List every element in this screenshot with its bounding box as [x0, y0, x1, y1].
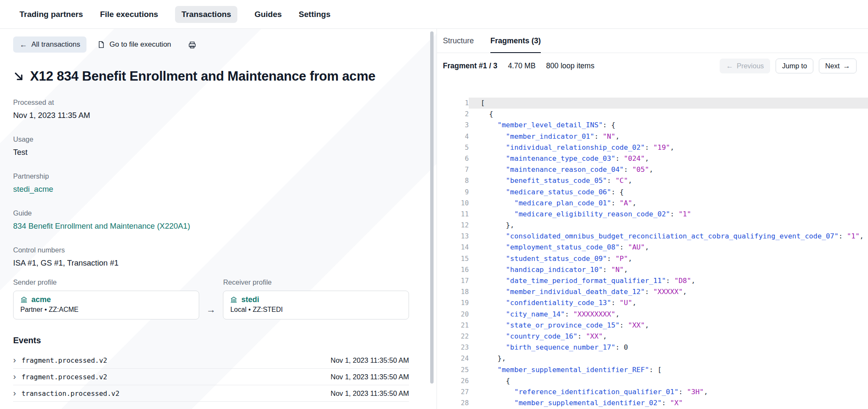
- sender-profile-card[interactable]: acme Partner • ZZ:ACME: [13, 291, 199, 319]
- partnership-link[interactable]: stedi_acme: [13, 184, 409, 195]
- line-number: 21: [437, 320, 469, 331]
- line-number: 6: [437, 153, 469, 164]
- guide-link[interactable]: 834 Benefit Enrollment and Maintenance (…: [13, 221, 409, 232]
- event-row[interactable]: › fragment.processed.v2 Nov 1, 2023 11:3…: [13, 369, 409, 385]
- code-text: "individual_relationship_code_02": "19",: [469, 142, 868, 153]
- next-label: Next: [825, 62, 840, 70]
- fragment-size: 4.70 MB: [508, 62, 535, 70]
- tab-structure[interactable]: Structure: [443, 29, 474, 53]
- code-text: },: [469, 220, 868, 231]
- tab-fragments[interactable]: Fragments (3): [490, 29, 541, 53]
- code-text: "date_time_period_format_qualifier_11": …: [469, 275, 868, 286]
- line-number: 14: [437, 242, 469, 253]
- processed-at-value: Nov 1, 2023 11:35 AM: [13, 110, 409, 121]
- line-number: 4: [437, 131, 469, 142]
- code-line: 7 "maintenance_reason_code_04": "05",: [437, 164, 868, 175]
- code-line: 25 "member_supplemental_identifier_REF":…: [437, 364, 868, 375]
- event-row[interactable]: › fragment.processed.v2 Nov 1, 2023 11:3…: [13, 352, 409, 369]
- line-number: 11: [437, 209, 469, 220]
- profiles-section: Sender profile acme Partner • ZZ:ACME → …: [13, 278, 409, 319]
- detail-toolbar: ← All transactions Go to file execution: [13, 36, 409, 53]
- line-number: 1: [437, 98, 469, 109]
- receiver-name: stedi: [241, 295, 259, 304]
- line-number: 16: [437, 264, 469, 275]
- event-time: Nov 1, 2023 11:35:50 AM: [331, 373, 409, 381]
- all-transactions-button[interactable]: ← All transactions: [13, 36, 86, 53]
- code-text: "medicare_status_code_06": {: [469, 187, 868, 198]
- code-line: 11 "medicare_eligibility_reason_code_02"…: [437, 209, 868, 220]
- field-label: Control numbers: [13, 246, 409, 255]
- code-lines[interactable]: 1[2 {3 "member_level_detail_INS": {4 "me…: [437, 98, 868, 409]
- receiver-profile-label: Receiver profile: [223, 278, 409, 287]
- nav-trading-partners[interactable]: Trading partners: [19, 6, 83, 23]
- fragment-nav-actions: ← Previous Jump to Next →: [720, 59, 857, 73]
- print-button[interactable]: [188, 41, 196, 49]
- field-partnership: Partnership stedi_acme: [13, 172, 409, 195]
- event-row[interactable]: › transaction.processed.v2 Nov 1, 2023 1…: [13, 385, 409, 402]
- line-number: 19: [437, 297, 469, 308]
- tab-bar: Structure Fragments (3): [437, 29, 868, 53]
- code-line: 19 "confidentiality_code_13": "U",: [437, 297, 868, 308]
- code-text: "city_name_14": "XXXXXXXX",: [469, 309, 868, 320]
- fragment-meta-bar: Fragment #1 / 3 4.70 MB 800 loop items ←…: [437, 53, 868, 78]
- sender-profile-label: Sender profile: [13, 278, 199, 287]
- line-number: 27: [437, 387, 469, 398]
- arrow-right-icon: →: [199, 278, 223, 319]
- nav-settings[interactable]: Settings: [299, 6, 331, 23]
- line-number: 5: [437, 142, 469, 153]
- sender-profile-col: Sender profile acme Partner • ZZ:ACME: [13, 278, 199, 319]
- code-text: "state_or_province_code_15": "XX",: [469, 320, 868, 331]
- left-panel-scrollbar[interactable]: [430, 31, 434, 384]
- previous-label: Previous: [737, 62, 764, 70]
- events-section: Events › fragment.processed.v2 Nov 1, 20…: [13, 336, 409, 402]
- go-to-file-execution-link[interactable]: Go to file execution: [97, 40, 171, 49]
- fragment-position: Fragment #1 / 3: [443, 62, 497, 70]
- receiver-detail: Local • ZZ:STEDI: [230, 306, 402, 314]
- line-number: 24: [437, 353, 469, 364]
- previous-button[interactable]: ← Previous: [720, 59, 770, 73]
- loop-items-count: 800 loop items: [546, 62, 595, 70]
- line-number: 25: [437, 364, 469, 375]
- code-text: "employment_status_code_08": "AU",: [469, 242, 868, 253]
- code-line: 28 "member_supplemental_identifier_02": …: [437, 398, 868, 409]
- code-line: 3 "member_level_detail_INS": {: [437, 120, 868, 131]
- line-number: 23: [437, 342, 469, 353]
- control-numbers-value: ISA #1, GS #1, Transaction #1: [13, 258, 409, 269]
- top-nav: Trading partners File executions Transac…: [0, 0, 868, 29]
- code-text: "member_supplemental_identifier_02": "X": [469, 398, 868, 409]
- line-number: 15: [437, 253, 469, 264]
- go-to-file-execution-label: Go to file execution: [109, 40, 171, 49]
- event-list: › fragment.processed.v2 Nov 1, 2023 11:3…: [13, 352, 409, 402]
- nav-guides[interactable]: Guides: [254, 6, 281, 23]
- usage-value: Test: [13, 147, 409, 158]
- code-line: 23 "birth_sequence_number_17": 0: [437, 342, 868, 353]
- sender-detail: Partner • ZZ:ACME: [20, 306, 192, 314]
- nav-file-executions[interactable]: File executions: [100, 6, 158, 23]
- code-line: 21 "state_or_province_code_15": "XX",: [437, 320, 868, 331]
- field-label: Partnership: [13, 172, 409, 181]
- code-line: 13 "consolidated_omnibus_budget_reconcil…: [437, 231, 868, 242]
- line-number: 9: [437, 187, 469, 198]
- code-line: 4 "member_indicator_01": "N",: [437, 131, 868, 142]
- line-number: 10: [437, 198, 469, 209]
- code-line: 8 "benefit_status_code_05": "C",: [437, 175, 868, 186]
- next-button[interactable]: Next →: [819, 59, 857, 73]
- code-line: 24 },: [437, 353, 868, 364]
- nav-transactions[interactable]: Transactions: [175, 6, 237, 23]
- jump-to-button[interactable]: Jump to: [776, 59, 813, 73]
- field-label: Usage: [13, 135, 409, 144]
- code-text: "birth_sequence_number_17": 0: [469, 342, 868, 353]
- line-number: 7: [437, 164, 469, 175]
- line-number: 22: [437, 331, 469, 342]
- building-icon: [230, 296, 237, 303]
- receiver-profile-card[interactable]: stedi Local • ZZ:STEDI: [223, 291, 409, 319]
- code-text: "maintenance_reason_code_04": "05",: [469, 164, 868, 175]
- code-text: "member_indicator_01": "N",: [469, 131, 868, 142]
- code-line: 17 "date_time_period_format_qualifier_11…: [437, 275, 868, 286]
- chevron-right-icon: ›: [13, 356, 16, 364]
- arrow-right-icon: →: [843, 62, 850, 70]
- chevron-right-icon: ›: [13, 372, 16, 381]
- building-icon: [20, 296, 28, 303]
- code-text: "student_status_code_09": "P",: [469, 253, 868, 264]
- event-name: fragment.processed.v2: [22, 373, 107, 381]
